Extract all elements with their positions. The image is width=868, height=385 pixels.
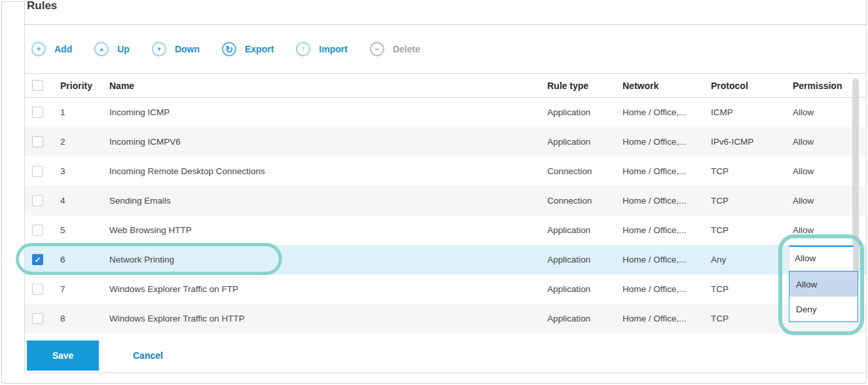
cell-name: Incoming ICMPV6 xyxy=(109,137,547,147)
cell-rule-type: Application xyxy=(547,137,623,147)
cell-protocol: TCP xyxy=(711,314,793,323)
cell-protocol: TCP xyxy=(711,284,793,294)
row-checkbox[interactable] xyxy=(32,254,43,265)
row-checkbox[interactable] xyxy=(32,166,43,177)
row-checkbox[interactable] xyxy=(32,313,43,324)
header-name: Name xyxy=(109,81,547,91)
cell-rule-type: Connection xyxy=(547,166,623,176)
delete-button[interactable]: − Delete xyxy=(370,42,420,56)
arrow-up-circle-icon: ▲ xyxy=(94,42,109,56)
cell-network: Home / Office,... xyxy=(623,166,711,176)
row-checkbox[interactable] xyxy=(32,195,43,206)
cell-priority: 7 xyxy=(60,284,109,294)
cell-network: Home / Office,... xyxy=(623,314,711,323)
import-button-label: Import xyxy=(319,44,348,54)
header-protocol: Protocol xyxy=(711,81,793,91)
table-row[interactable]: 7 Windows Explorer Traffic on FTP Applic… xyxy=(25,274,866,304)
import-button[interactable]: ↑ Import xyxy=(296,42,348,56)
minus-circle-icon: − xyxy=(370,42,384,56)
cell-network: Home / Office,... xyxy=(623,284,711,294)
add-button-label: Add xyxy=(54,44,72,54)
cell-network: Home / Office,... xyxy=(623,255,711,265)
table-row[interactable]: 4 Sending Emails Connection Home / Offic… xyxy=(25,186,866,215)
cell-name: Incoming Remote Desktop Connections xyxy=(109,166,547,176)
toolbar: + Add ▲ Up ▼ Down ↻ Export ↑ Import − De… xyxy=(25,25,866,73)
export-circular-arrow-icon: ↻ xyxy=(222,42,236,56)
header-rule-type: Rule type xyxy=(547,81,623,91)
cell-name: Sending Emails xyxy=(109,196,547,206)
rules-panel: Rules + Add ▲ Up ▼ Down ↻ Export ↑ Impor… xyxy=(24,0,867,373)
cell-network: Home / Office,... xyxy=(623,225,711,235)
cell-rule-type: Application xyxy=(547,107,623,117)
table-body: 1 Incoming ICMP Application Home / Offic… xyxy=(25,98,866,333)
cell-priority: 4 xyxy=(60,196,109,206)
row-checkbox[interactable] xyxy=(32,136,43,147)
table-row[interactable]: 3 Incoming Remote Desktop Connections Co… xyxy=(25,156,866,186)
up-button-label: Up xyxy=(117,44,130,54)
arrow-down-circle-icon: ▼ xyxy=(152,42,166,56)
cell-name: Windows Explorer Traffic on HTTP xyxy=(109,314,547,323)
cell-rule-type: Connection xyxy=(547,196,623,206)
cell-priority: 2 xyxy=(60,137,109,147)
row-checkbox[interactable] xyxy=(32,225,43,236)
cell-name: Web Browsing HTTP xyxy=(109,225,547,235)
permission-select[interactable]: Allow xyxy=(789,246,854,270)
cell-rule-type: Application xyxy=(547,255,623,265)
header-network: Network xyxy=(623,81,711,91)
export-button[interactable]: ↻ Export xyxy=(222,42,274,56)
cell-rule-type: Application xyxy=(547,314,623,323)
table-row[interactable]: 6 Network Printing Application Home / Of… xyxy=(25,245,866,274)
table-row[interactable]: 5 Web Browsing HTTP Application Home / O… xyxy=(25,215,866,245)
table-row[interactable]: 8 Windows Explorer Traffic on HTTP Appli… xyxy=(25,304,866,333)
export-button-label: Export xyxy=(245,44,274,54)
cancel-button[interactable]: Cancel xyxy=(133,350,163,361)
permission-option-deny[interactable]: Deny xyxy=(789,297,858,321)
cell-rule-type: Application xyxy=(547,225,623,235)
cell-priority: 3 xyxy=(60,166,109,176)
cell-priority: 8 xyxy=(60,314,109,323)
cell-network: Home / Office,... xyxy=(623,196,711,206)
header-priority: Priority xyxy=(60,81,109,91)
select-all-checkbox[interactable] xyxy=(32,80,43,91)
page-title: Rules xyxy=(25,0,866,25)
delete-button-label: Delete xyxy=(393,44,420,54)
cell-name: Windows Explorer Traffic on FTP xyxy=(109,284,547,294)
plus-circle-icon: + xyxy=(31,42,46,56)
permission-dropdown-list: Allow Deny xyxy=(789,271,858,322)
cell-protocol: TCP xyxy=(711,166,793,176)
down-button[interactable]: ▼ Down xyxy=(152,42,200,56)
cell-protocol: Any xyxy=(711,255,793,265)
footer: Save Cancel xyxy=(27,340,163,371)
cell-name: Incoming ICMP xyxy=(109,107,547,117)
cell-protocol: IPv6-ICMP xyxy=(711,137,793,147)
up-button[interactable]: ▲ Up xyxy=(94,42,130,56)
table-row[interactable]: 2 Incoming ICMPV6 Application Home / Off… xyxy=(25,127,866,156)
cell-protocol: ICMP xyxy=(711,107,793,117)
cell-rule-type: Application xyxy=(547,284,623,294)
import-arrow-circle-icon: ↑ xyxy=(296,42,310,56)
row-checkbox[interactable] xyxy=(32,107,43,118)
table-row[interactable]: 1 Incoming ICMP Application Home / Offic… xyxy=(25,98,866,127)
down-button-label: Down xyxy=(175,44,200,54)
cell-priority: 6 xyxy=(60,255,109,265)
row-checkbox[interactable] xyxy=(32,284,43,295)
table-header-row: Priority Name Rule type Network Protocol… xyxy=(25,73,866,98)
save-button[interactable]: Save xyxy=(27,340,99,371)
cell-priority: 1 xyxy=(60,107,109,117)
permission-option-allow[interactable]: Allow xyxy=(789,272,858,297)
cell-network: Home / Office,... xyxy=(623,137,711,147)
cell-priority: 5 xyxy=(60,225,109,235)
cell-protocol: TCP xyxy=(711,225,793,235)
cell-name: Network Printing xyxy=(109,255,547,265)
cell-network: Home / Office,... xyxy=(623,107,711,117)
cell-protocol: TCP xyxy=(711,196,793,206)
add-button[interactable]: + Add xyxy=(31,42,72,56)
